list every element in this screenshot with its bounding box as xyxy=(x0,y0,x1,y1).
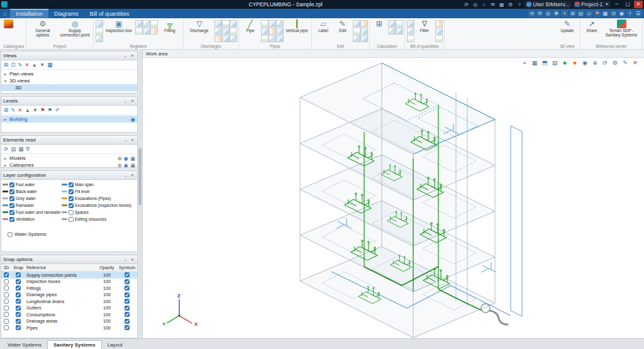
scrollbar-thumb[interactable] xyxy=(138,148,142,205)
snap-checkbox[interactable] xyxy=(16,292,21,297)
mini-tool-icon[interactable] xyxy=(435,28,443,35)
snap-row-pipes[interactable]: Pipes 100 xyxy=(1,324,137,331)
mini-tool-icon[interactable] xyxy=(388,20,396,27)
project-menu[interactable]: Project-1 ✕ xyxy=(573,1,611,8)
expand-icon[interactable]: ▸ xyxy=(3,72,8,76)
layer-checkbox[interactable] xyxy=(69,210,74,215)
snap-checkbox[interactable] xyxy=(16,285,21,291)
move-down-icon[interactable]: ▼ xyxy=(33,106,38,114)
layer-checkbox[interactable] xyxy=(9,189,14,194)
layer-item-foul-and-rainwater[interactable]: Foul water and rainwater xyxy=(3,209,62,216)
snap-symbols-checkbox[interactable] xyxy=(125,272,130,277)
inspection-box-button[interactable]: ▣ Inspection box xyxy=(104,19,134,33)
delete-view-icon[interactable]: ✕ xyxy=(25,61,29,69)
share-button[interactable]: ↗ Share xyxy=(582,19,601,33)
layer-checkbox[interactable] xyxy=(69,196,74,201)
mini-tool-icon[interactable] xyxy=(396,20,403,27)
layer-checkbox[interactable] xyxy=(69,189,74,194)
list-icon[interactable]: ▤ xyxy=(11,145,16,153)
layer-checkbox[interactable] xyxy=(9,203,14,208)
layer-item-foul-water[interactable]: Foul water xyxy=(3,181,62,188)
mini-tool-icon[interactable] xyxy=(135,20,143,27)
delete-level-icon[interactable]: ✕ xyxy=(18,106,22,114)
refresh-icon[interactable]: ⟳ xyxy=(601,59,609,67)
mini-tool-icon[interactable] xyxy=(261,20,269,27)
lock-icon[interactable]: ▣ xyxy=(130,162,135,169)
mini-tool-icon[interactable] xyxy=(143,20,150,27)
visibility-icon[interactable]: ◉ xyxy=(581,59,589,67)
mini-tool-icon[interactable] xyxy=(143,28,150,35)
layer-item-rainwater[interactable]: Rainwater xyxy=(3,202,62,209)
mini-tool-icon[interactable] xyxy=(435,20,443,27)
snap-checkbox[interactable] xyxy=(16,319,21,324)
user-menu[interactable]: User BIMserv... xyxy=(525,1,571,8)
chevron-down-icon[interactable]: ⌄ xyxy=(123,173,128,178)
snap-opacity-value[interactable]: 100 xyxy=(97,325,117,331)
move-down-icon[interactable]: ▼ xyxy=(40,61,45,69)
snap-3d-checkbox[interactable] xyxy=(4,272,9,277)
mini-tool-icon[interactable] xyxy=(214,35,222,42)
mini-tool-icon[interactable] xyxy=(360,35,368,42)
chevron-down-icon[interactable]: ⌄ xyxy=(123,99,128,104)
snap-row-drainage-pipes[interactable]: Drainage pipes 100 xyxy=(1,292,137,299)
mini-tool-icon[interactable] xyxy=(269,20,276,27)
snap-opacity-value[interactable]: 100 xyxy=(97,272,117,278)
bottom-tab-layout[interactable]: Layout xyxy=(102,341,128,349)
tree-item-models[interactable]: ▸ Models ⊕ ◉ ▣ xyxy=(1,155,137,162)
snap-3d-checkbox[interactable] xyxy=(4,299,9,304)
pan-icon[interactable]: ✥ xyxy=(553,10,560,17)
select-icon[interactable]: ⌖ xyxy=(521,59,528,67)
expand-icon[interactable]: ▸ xyxy=(3,117,8,121)
close-icon[interactable]: ✕ xyxy=(130,173,135,178)
layer-item-fill-level[interactable]: Fill level xyxy=(62,188,136,195)
close-icon[interactable]: ✕ xyxy=(130,138,135,143)
snap-symbols-checkbox[interactable] xyxy=(125,292,130,297)
discharge-button[interactable]: ▽ Discharge xyxy=(186,19,213,33)
layer-item-excavations-pipes[interactable]: Excavations (Pipes) xyxy=(62,195,136,202)
visibility-icon[interactable]: ◉ xyxy=(124,162,128,169)
print-icon[interactable]: ▦ xyxy=(602,10,609,17)
snap-checkbox[interactable] xyxy=(16,312,21,317)
flag-icon[interactable]: ⚑ xyxy=(594,10,601,17)
redo-icon[interactable]: ⟳ xyxy=(536,10,543,17)
chevron-down-icon[interactable]: ⌄ xyxy=(123,53,128,58)
snap-3d-checkbox[interactable] xyxy=(4,325,9,330)
filter-small-icon[interactable]: ∇ xyxy=(26,145,30,153)
update-button[interactable]: ✎ Update xyxy=(557,19,578,33)
snap-row-consumptions[interactable]: Consumptions 100 xyxy=(1,311,137,318)
add-view-icon[interactable]: ⊞ xyxy=(4,61,8,69)
snap-checkbox[interactable] xyxy=(16,299,21,304)
general-options-button[interactable]: ⚙ General options xyxy=(28,19,57,37)
pencil-icon[interactable]: ✐ xyxy=(55,106,59,114)
label-button[interactable]: ▱ Label xyxy=(314,19,333,33)
pipe-button[interactable]: ╱ Pipe xyxy=(241,19,260,33)
home-icon[interactable]: ⌂ xyxy=(480,1,487,8)
filter-button[interactable]: ∇ Filter xyxy=(415,19,434,33)
mini-tool-icon[interactable] xyxy=(230,35,237,42)
tab-bill-of-quantities[interactable]: Bill of quantities xyxy=(84,9,135,18)
edit-view-icon[interactable]: ✎ xyxy=(18,61,22,69)
mini-tool-icon[interactable] xyxy=(96,28,103,35)
layer-checkbox[interactable] xyxy=(69,217,74,222)
tree-item-categories[interactable]: ▸ Categories ⊕ ◉ ▣ xyxy=(1,162,137,168)
snap-opacity-value[interactable]: 100 xyxy=(97,285,117,291)
close-view-icon[interactable]: ✕ xyxy=(631,59,639,67)
layer-item-editing-resources[interactable]: Editing resources xyxy=(62,216,136,223)
mini-tool-icon[interactable] xyxy=(96,35,103,42)
catalogues-button[interactable] xyxy=(3,19,14,28)
mail-icon[interactable]: ✉ xyxy=(489,1,496,8)
mini-tool-icon[interactable] xyxy=(360,20,368,27)
mini-tool-icon[interactable] xyxy=(360,28,368,35)
snap-3d-checkbox[interactable] xyxy=(4,306,9,311)
move-up-icon[interactable]: ▲ xyxy=(32,61,37,69)
maximize-button[interactable]: ▢ xyxy=(623,1,632,8)
close-button[interactable]: ✕ xyxy=(634,1,643,8)
settings-icon[interactable]: ⚙ xyxy=(507,1,514,8)
mini-tool-icon[interactable] xyxy=(407,20,414,27)
visibility-icon[interactable]: ◉ xyxy=(131,116,135,123)
tree-item-3d-views[interactable]: ▾ 3D views xyxy=(1,77,137,84)
settings-icon[interactable]: ⚙ xyxy=(611,59,619,67)
snap-symbols-checkbox[interactable] xyxy=(125,312,130,317)
chevron-down-icon[interactable]: ⌄ xyxy=(123,138,128,143)
move-up-icon[interactable]: ▲ xyxy=(25,106,30,114)
